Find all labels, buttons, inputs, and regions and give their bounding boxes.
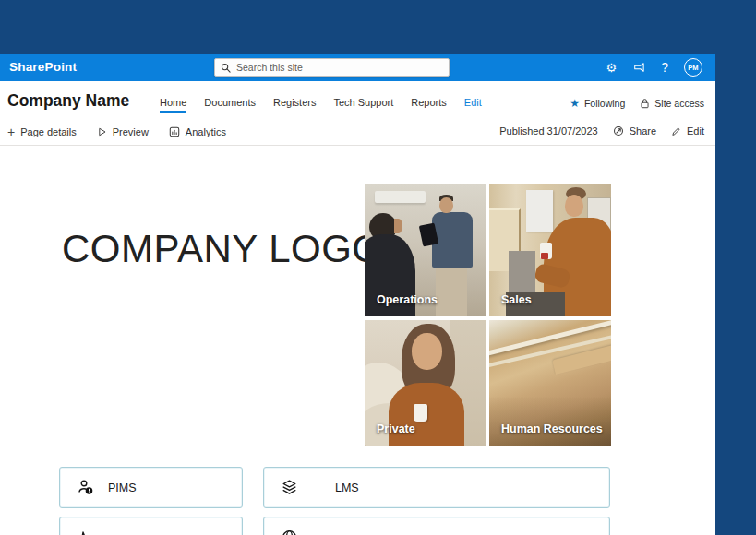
pencil-icon <box>671 126 681 137</box>
search-box[interactable] <box>214 58 450 77</box>
plus-icon: + <box>7 125 15 138</box>
photo-shape <box>394 219 402 233</box>
sharepoint-wordmark[interactable]: SharePoint <box>9 54 77 81</box>
command-bar: + Page details Preview Analytics Publish… <box>0 125 715 145</box>
window-right-background <box>715 0 756 535</box>
nav-reports[interactable]: Reports <box>411 97 447 111</box>
layers-icon <box>281 479 298 496</box>
department-tiles: Operations Sales <box>365 184 611 446</box>
search-icon <box>221 63 231 73</box>
nav-home[interactable]: Home <box>160 97 186 113</box>
tile-private[interactable]: Private <box>365 320 486 446</box>
page-details-button[interactable]: + Page details <box>7 125 77 138</box>
command-bar-right: Published 31/07/2023 Share Edit <box>499 125 704 137</box>
suite-icons: ⚙ ? PM <box>606 54 702 81</box>
photo-shape <box>436 267 467 316</box>
photo-shape <box>414 404 427 422</box>
following-label: Following <box>584 98 625 109</box>
star-icon: ★ <box>570 98 580 109</box>
nav-edit[interactable]: Edit <box>464 97 482 111</box>
analytics-icon <box>169 126 180 137</box>
site-access-label: Site access <box>654 98 704 109</box>
photo-shape <box>526 190 553 232</box>
photo-shape <box>541 253 548 259</box>
tile-human-resources[interactable]: Human Resources <box>489 320 611 446</box>
share-icon <box>613 125 624 137</box>
sharepoint-page: SharePoint ⚙ ? PM Company Name Home Docu… <box>0 0 756 535</box>
tile-label: Operations <box>377 293 438 306</box>
quick-link-partial-right[interactable] <box>263 517 610 535</box>
page-details-label: Page details <box>20 126 77 137</box>
quick-link-lms[interactable]: LMS <box>263 467 610 508</box>
megaphone-icon[interactable] <box>632 62 645 73</box>
analytics-label: Analytics <box>186 126 226 137</box>
command-bar-left: + Page details Preview Analytics <box>7 125 226 138</box>
photo-shape <box>565 195 583 217</box>
preview-label: Preview <box>113 126 149 137</box>
tile-label: Sales <box>501 293 532 306</box>
site-access-button[interactable]: Site access <box>640 98 704 109</box>
quick-link-label: PIMS <box>108 482 137 494</box>
avatar[interactable]: PM <box>684 58 702 77</box>
tile-sales[interactable]: Sales <box>489 184 611 316</box>
help-icon[interactable]: ? <box>661 61 668 74</box>
photo-shape <box>509 251 535 294</box>
play-icon <box>97 126 107 137</box>
photo-shape <box>439 197 453 213</box>
following-button[interactable]: ★ Following <box>570 98 625 109</box>
tile-label: Private <box>377 422 415 435</box>
preview-button[interactable]: Preview <box>97 126 149 137</box>
person-alert-icon <box>77 479 95 496</box>
site-title: Company Name <box>7 91 129 111</box>
search-input[interactable] <box>236 62 443 73</box>
pen-icon <box>77 529 93 535</box>
globe-icon <box>281 529 298 535</box>
quick-link-pims[interactable]: PIMS <box>59 467 243 508</box>
nav-documents[interactable]: Documents <box>204 97 256 111</box>
site-header-actions: ★ Following Site access <box>570 98 704 109</box>
quick-link-label: LMS <box>335 482 359 494</box>
nav-tech-support[interactable]: Tech Support <box>333 97 393 111</box>
site-navigation: Home Documents Registers Tech Support Re… <box>160 97 482 113</box>
nav-registers[interactable]: Registers <box>273 97 316 111</box>
published-status: Published 31/07/2023 <box>499 125 597 137</box>
settings-gear-icon[interactable]: ⚙ <box>606 62 618 74</box>
command-bar-divider <box>0 145 715 146</box>
lock-icon <box>640 98 650 109</box>
analytics-button[interactable]: Analytics <box>169 126 226 137</box>
tile-label: Human Resources <box>501 422 603 435</box>
company-logo-text: COMPANY LOGO <box>62 227 366 271</box>
photo-shape <box>489 396 611 446</box>
edit-page-button[interactable]: Edit <box>671 125 704 137</box>
tile-operations[interactable]: Operations <box>365 184 486 316</box>
window-top-background <box>0 0 756 54</box>
edit-page-label: Edit <box>687 125 704 137</box>
site-surface: Company Name Home Documents Registers Te… <box>0 81 715 535</box>
quick-link-partial-left[interactable] <box>59 517 243 535</box>
share-label: Share <box>630 125 656 137</box>
suite-bar: SharePoint ⚙ ? PM <box>0 54 715 81</box>
share-button[interactable]: Share <box>613 125 656 137</box>
photo-shape <box>375 191 426 203</box>
